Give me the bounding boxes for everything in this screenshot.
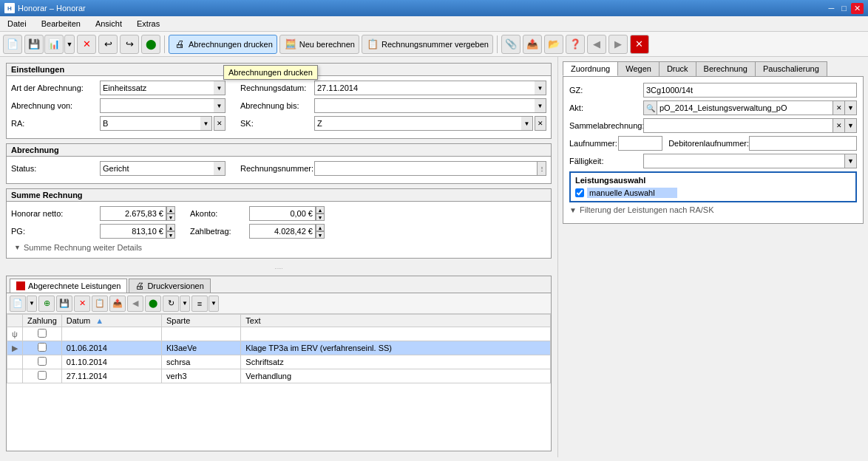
nav-back-button[interactable]: ◀ xyxy=(587,35,606,54)
row-3-checkbox[interactable] xyxy=(38,371,47,380)
table-row[interactable]: 01.10.2014 schrsa Schriftsatz xyxy=(7,355,551,369)
bt-green-button[interactable]: ⬤ xyxy=(145,296,161,312)
abrechnung-von-input[interactable] xyxy=(100,98,214,113)
bt-delete-button[interactable]: ✕ xyxy=(74,296,90,312)
toolbar-close-button[interactable]: ✕ xyxy=(630,35,649,54)
save-button[interactable]: 💾 xyxy=(24,35,44,54)
bt-back-button[interactable]: ◀ xyxy=(127,296,143,312)
table-row[interactable]: 27.11.2014 verh3 Verhandlung xyxy=(7,369,551,383)
debitorenlaufnummer-input[interactable] xyxy=(749,136,857,151)
menu-ansicht[interactable]: Ansicht xyxy=(91,18,126,30)
bt-dropdown-button[interactable]: ▼ xyxy=(27,296,37,312)
ra-input[interactable]: B xyxy=(100,116,200,131)
honorar-netto-input[interactable]: 2.675,83 € xyxy=(100,206,166,221)
weiter-details-row[interactable]: ▼ Summe Rechnung weiter Details xyxy=(11,242,546,253)
status-arrow[interactable]: ▼ xyxy=(214,161,226,176)
abrechnungen-drucken-button[interactable]: 🖨 Abrechnungen drucken xyxy=(169,35,277,54)
sammelabrechnung-input[interactable] xyxy=(643,118,833,133)
akonto-down[interactable]: ▼ xyxy=(316,214,325,221)
bt-print-button[interactable]: 📤 xyxy=(109,296,126,312)
bt-view-dropdown[interactable]: ▼ xyxy=(208,296,219,312)
table-row[interactable]: ▶ 01.06.2014 Kl3aeVe Klage TP3a im ERV (… xyxy=(7,341,551,355)
zahlbetrag-down[interactable]: ▼ xyxy=(316,231,325,239)
row-1-checkbox[interactable] xyxy=(38,343,47,352)
undo-button[interactable]: ↩ xyxy=(98,35,118,54)
th-datum[interactable]: Datum ▲ xyxy=(61,315,161,327)
dropdown-button[interactable]: ▼ xyxy=(64,35,75,54)
status-input[interactable]: Gericht xyxy=(100,161,214,176)
abrechnung-bis-arrow[interactable]: ▼ xyxy=(535,98,546,113)
row-3-checkbox-cell[interactable] xyxy=(23,369,62,383)
bt-new-button[interactable]: 📄 xyxy=(10,296,26,312)
rechnungsnummer-dots[interactable]: ⋮ xyxy=(538,161,546,176)
sk-input[interactable]: Z xyxy=(314,116,521,131)
th-zahlung[interactable]: Zahlung xyxy=(23,315,62,327)
filter-checkbox[interactable] xyxy=(38,329,47,338)
bt-view-button[interactable]: ≡ xyxy=(191,296,208,312)
tab-wegen[interactable]: Wegen xyxy=(617,61,660,76)
tab-druck[interactable]: Druck xyxy=(659,61,696,76)
art-der-abrechnung-input[interactable]: Einheitssatz xyxy=(100,81,214,95)
green-button[interactable]: ⬤ xyxy=(141,35,160,54)
menu-datei[interactable]: Datei xyxy=(3,18,31,30)
close-button[interactable]: ✕ xyxy=(851,3,864,14)
maximize-button[interactable]: □ xyxy=(838,3,850,14)
art-der-abrechnung-arrow[interactable]: ▼ xyxy=(214,81,226,95)
rechnungsdatum-input[interactable]: 27.11.2014 xyxy=(314,81,535,95)
bt-save-button[interactable]: 💾 xyxy=(56,296,72,312)
multi-button[interactable]: 📊 xyxy=(44,35,64,54)
rechnungsnummer-button[interactable]: 📋 Rechnungsnummer vergeben xyxy=(362,35,493,54)
clip-button[interactable]: 📎 xyxy=(501,35,521,54)
row-2-checkbox[interactable] xyxy=(38,357,47,366)
tab-zuordnung[interactable]: Zuordnung xyxy=(563,61,618,76)
neu-berechnen-button[interactable]: 🧮 Neu berechnen xyxy=(279,35,359,54)
minimize-button[interactable]: ─ xyxy=(826,3,838,14)
nav-forward-button[interactable]: ▶ xyxy=(608,35,628,54)
row-1-checkbox-cell[interactable] xyxy=(23,341,62,355)
menu-bearbeiten[interactable]: Bearbeiten xyxy=(37,18,85,30)
rechnungsnummer-input[interactable] xyxy=(314,161,538,176)
tab-druckversionen[interactable]: 🖨 Druckversionen xyxy=(129,279,210,293)
pg-down[interactable]: ▼ xyxy=(166,231,175,239)
rechnungsdatum-arrow[interactable]: ▼ xyxy=(535,81,546,95)
sammelabrechnung-dropdown[interactable]: ▼ xyxy=(845,118,857,133)
tab-abgerechnete-leistungen[interactable]: Abgerechnete Leistungen xyxy=(10,279,127,293)
manuelle-auswahl-checkbox[interactable] xyxy=(575,188,584,197)
tab-berechnung[interactable]: Berechnung xyxy=(696,61,756,76)
tab-pauschalierung[interactable]: Pauschalierung xyxy=(755,61,827,76)
menu-extras[interactable]: Extras xyxy=(132,18,164,30)
faelligkeit-dropdown[interactable]: ▼ xyxy=(845,154,857,168)
faelligkeit-input[interactable] xyxy=(643,154,845,168)
akonto-input[interactable]: 0,00 € xyxy=(249,206,316,221)
delete-button[interactable]: ✕ xyxy=(77,35,96,54)
filter-checkbox-cell[interactable] xyxy=(23,327,62,341)
pg-input[interactable]: 813,10 € xyxy=(100,224,166,239)
bt-add-button[interactable]: ⊕ xyxy=(38,296,55,312)
sk-clear-button[interactable]: ✕ xyxy=(535,116,546,131)
folder-button[interactable]: 📂 xyxy=(544,35,563,54)
akonto-up[interactable]: ▲ xyxy=(316,206,325,214)
resize-handle[interactable]: ..... xyxy=(6,263,552,271)
laufnummer-input[interactable] xyxy=(618,136,662,151)
pg-up[interactable]: ▲ xyxy=(166,224,175,231)
export-button[interactable]: 📤 xyxy=(523,35,542,54)
redo-button[interactable]: ↪ xyxy=(120,35,139,54)
zahlbetrag-input[interactable]: 4.028,42 € xyxy=(249,224,316,239)
akt-input[interactable]: pO_2014_Leistungsverwaltung_pO xyxy=(657,100,833,115)
zahlbetrag-up[interactable]: ▲ xyxy=(316,224,325,231)
sk-arrow[interactable]: ▼ xyxy=(521,116,533,131)
bt-refresh-dropdown[interactable]: ▼ xyxy=(180,296,190,312)
abrechnung-bis-input[interactable] xyxy=(314,98,535,113)
akt-clear-button[interactable]: ✕ xyxy=(833,100,845,115)
help-button[interactable]: ❓ xyxy=(566,35,585,54)
new-button[interactable]: 📄 xyxy=(3,35,22,54)
akt-search-button[interactable]: 🔍 xyxy=(643,100,657,115)
honorar-netto-up[interactable]: ▲ xyxy=(166,206,175,214)
sammelabrechnung-clear[interactable]: ✕ xyxy=(833,118,845,133)
bt-copy-button[interactable]: 📋 xyxy=(92,296,108,312)
honorar-netto-down[interactable]: ▼ xyxy=(166,214,175,221)
bt-refresh-button[interactable]: ↻ xyxy=(163,296,179,312)
row-2-checkbox-cell[interactable] xyxy=(23,355,62,369)
akt-dropdown-button[interactable]: ▼ xyxy=(845,100,857,115)
filter-row[interactable]: ▼ Filterung der Leistungen nach RA/SK xyxy=(569,205,857,214)
